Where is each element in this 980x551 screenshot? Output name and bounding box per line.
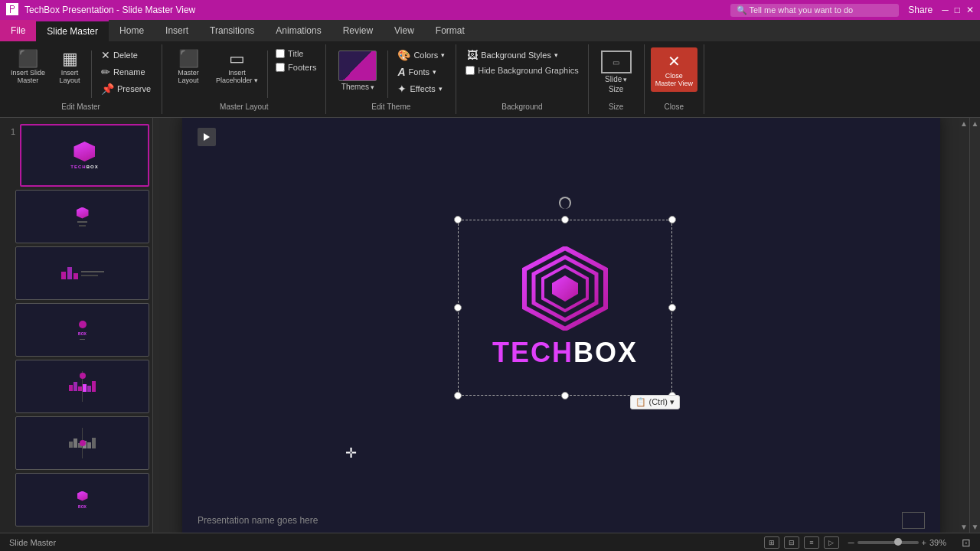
themes-dropdown-arrow: ▾	[371, 83, 374, 91]
slide-sorter-icon[interactable]: ⊟	[784, 536, 799, 549]
title-bar-right: 🔍 Tell me what you want to do Share ─ □ …	[730, 4, 974, 17]
minimize-button[interactable]: ─	[942, 5, 949, 15]
slide-thumb-6[interactable]	[15, 416, 149, 470]
slide-thumb-7[interactable]: BOX	[15, 473, 149, 527]
tab-file[interactable]: File	[0, 20, 36, 41]
handle-top-center[interactable]	[561, 216, 569, 223]
handle-mid-right[interactable]	[668, 304, 676, 311]
close-button[interactable]: ✕	[966, 5, 974, 15]
logo-selected-container[interactable]: TECHBOX 📋 (Ctrl) ▾	[458, 220, 672, 396]
clipboard-icon: 📋	[635, 397, 646, 407]
insert-layout-button[interactable]: ▦ InsertLayout	[53, 47, 87, 87]
size-group-label: Size	[609, 103, 623, 111]
slide-panel[interactable]: 1 TECHBOX	[0, 118, 153, 533]
thumb-3-bar2	[67, 267, 72, 279]
thumb-3-line1	[81, 271, 104, 272]
slide-thumb-1[interactable]: TECHBOX	[20, 124, 149, 187]
size-content: ▭ Slide ▾ Size	[595, 47, 638, 101]
slide-size-sublabel: Size	[609, 85, 623, 93]
handle-mid-left[interactable]	[454, 304, 462, 311]
tab-review[interactable]: Review	[332, 20, 384, 41]
canvas-scrollbar-right[interactable]: ▲ ▼	[959, 118, 969, 533]
scroll-down-arrow[interactable]: ▼	[960, 523, 968, 531]
master-layout-icon: ⬛	[178, 51, 199, 67]
insert-slide-master-button[interactable]: ⬛ Insert SlideMaster	[6, 47, 50, 87]
tab-view[interactable]: View	[384, 20, 425, 41]
selection-border	[458, 220, 672, 396]
insert-placeholder-label: InsertPlaceholder ▾	[216, 69, 258, 84]
canvas-area[interactable]: TECHBOX 📋 (Ctrl) ▾ ✛ Presentation name g…	[153, 118, 969, 533]
rotate-handle[interactable]	[559, 197, 571, 209]
window-controls[interactable]: ─ □ ✕	[942, 5, 974, 15]
thumb-3-line2	[81, 275, 98, 276]
thumb-5-right	[83, 381, 96, 392]
tab-animations[interactable]: Animations	[265, 20, 332, 41]
share-button[interactable]: Share	[908, 5, 933, 15]
maximize-button[interactable]: □	[955, 5, 960, 15]
master-layout-button[interactable]: ⬛ MasterLayout	[168, 47, 208, 87]
slide-thumb-5[interactable]	[15, 360, 149, 413]
slide-thumb-3[interactable]	[15, 246, 149, 300]
insert-placeholder-button[interactable]: ▭ InsertPlaceholder ▾	[211, 47, 263, 87]
ribbon-tabs: File Slide Master Home Insert Transition…	[0, 20, 980, 41]
footers-checkbox-text: Footers	[288, 63, 316, 72]
effects-button[interactable]: ✦ Effects ▾	[393, 81, 449, 96]
fonts-button[interactable]: A Fonts ▾	[393, 64, 449, 80]
tab-insert[interactable]: Insert	[155, 20, 199, 41]
slide-thumb-4[interactable]: BOX	[15, 303, 149, 357]
scroll-up-arrow[interactable]: ▲	[960, 119, 968, 128]
outer-scroll-down[interactable]: ▼	[972, 523, 979, 531]
footer-presentation-name: Presentation name goes here	[198, 515, 318, 526]
handle-top-left[interactable]	[454, 216, 462, 223]
tab-transitions[interactable]: Transitions	[199, 20, 265, 41]
play-button[interactable]	[198, 128, 216, 146]
rename-button[interactable]: ✏ Rename	[96, 64, 155, 80]
background-styles-button[interactable]: 🖼 Background Styles ▾	[462, 47, 581, 63]
handle-top-right[interactable]	[668, 216, 676, 223]
delete-button[interactable]: ✕ Delete	[96, 47, 155, 63]
themes-button[interactable]: Themes ▾	[332, 47, 383, 94]
footers-checkbox[interactable]	[276, 63, 285, 72]
reading-view-icon[interactable]: ≡	[804, 536, 819, 549]
fit-to-window-button[interactable]: ⊡	[962, 536, 971, 549]
search-box[interactable]: 🔍 Tell me what you want to do	[730, 4, 900, 17]
close-master-view-button[interactable]: ✕ CloseMaster View	[651, 47, 697, 92]
edit-theme-content: Themes ▾ 🎨 Colors ▾ A Fonts ▾ ✦ Ef	[332, 47, 449, 101]
preserve-icon: 📌	[101, 83, 114, 95]
colors-button[interactable]: 🎨 Colors ▾	[393, 47, 449, 63]
thumb-1-text: TECHBOX	[70, 165, 98, 169]
outer-scrollbar-right[interactable]: ▲ ▼	[969, 118, 980, 533]
bg-styles-dropdown-arrow: ▾	[554, 51, 558, 59]
zoom-out-button[interactable]: ─	[848, 538, 854, 547]
slide-canvas[interactable]: TECHBOX 📋 (Ctrl) ▾ ✛ Presentation name g…	[182, 118, 940, 533]
slide-size-button[interactable]: ▭ Slide ▾ Size	[595, 47, 638, 96]
handle-bottom-left[interactable]	[454, 392, 462, 399]
tab-slide-master[interactable]: Slide Master	[36, 20, 109, 41]
zoom-in-button[interactable]: +	[922, 538, 926, 547]
title-bar-left: 🅿 TechBox Presentation - Slide Master Vi…	[6, 3, 195, 17]
themes-preview	[338, 51, 377, 81]
slideshow-icon[interactable]: ▷	[824, 536, 839, 549]
fonts-icon: A	[397, 66, 405, 78]
handle-bottom-center[interactable]	[561, 392, 569, 399]
tab-home[interactable]: Home	[109, 20, 155, 41]
hide-bg-graphics-checkbox[interactable]	[466, 66, 475, 75]
master-layout-checkboxes: Title Footers	[273, 47, 319, 73]
zoom-slider[interactable]	[858, 541, 919, 544]
tab-format[interactable]: Format	[425, 20, 475, 41]
slide-thumb-container-1: 1 TECHBOX	[3, 124, 149, 187]
status-left: Slide Master	[9, 538, 56, 547]
hide-bg-graphics-label[interactable]: Hide Background Graphics	[462, 64, 581, 77]
close-master-view-icon: ✕	[668, 52, 681, 70]
title-checkbox[interactable]	[276, 49, 285, 58]
title-checkbox-label[interactable]: Title	[273, 47, 319, 60]
slide-thumb-2[interactable]	[15, 190, 149, 243]
ribbon-group-close: ✕ CloseMaster View Close	[645, 44, 704, 114]
outer-scroll-up[interactable]: ▲	[972, 119, 979, 128]
zoom-level: 39%	[929, 538, 952, 547]
preserve-button[interactable]: 📌 Preserve	[96, 81, 155, 96]
footers-checkbox-label[interactable]: Footers	[273, 61, 319, 73]
ctrl-tooltip[interactable]: 📋 (Ctrl) ▾	[630, 395, 681, 409]
master-layout-group-label: Master Layout	[220, 103, 268, 111]
normal-view-icon[interactable]: ⊞	[764, 536, 779, 549]
